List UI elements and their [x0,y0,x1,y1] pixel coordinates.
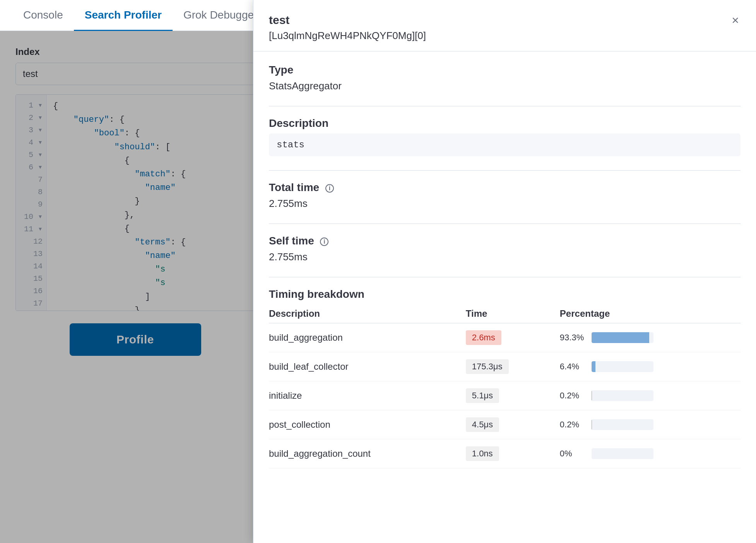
percentage-bar-container: 0.2% [560,419,741,430]
row-description: initialize [269,381,458,410]
detail-header: test [Lu3qlmNgReWH4PNkQYF0Mg][0] × [253,0,756,51]
row-description: build_leaf_collector [269,352,458,381]
percentage-bar [592,390,653,401]
percentage-label: 0.2% [560,420,587,430]
type-section-title: Type [269,64,741,76]
detail-subtitle: [Lu3qlmNgReWH4PNkQYF0Mg][0] [269,30,426,42]
tab-console[interactable]: Console [12,0,74,31]
self-time-info-icon[interactable]: i [320,237,328,246]
row-percentage: 0% [552,439,741,468]
app-container: Console Search Profiler Grok Debugger Pa… [0,0,756,543]
detail-panel: test [Lu3qlmNgReWH4PNkQYF0Mg][0] × Type … [253,0,756,543]
percentage-bar [592,419,653,430]
self-time-section: Self time i 2.755ms [269,235,741,263]
total-time-section: Total time i 2.755ms [269,181,741,210]
row-time: 4.5μs [458,410,552,439]
col-time: Time [458,304,552,323]
percentage-bar [592,361,653,372]
timing-table: Description Time Percentage build_aggreg… [269,304,741,468]
row-time: 175.3μs [458,352,552,381]
table-row: build_aggregation_count1.0ns0% [269,439,741,468]
percentage-label: 6.4% [560,362,587,372]
row-time: 5.1μs [458,381,552,410]
percentage-bar-container: 93.3% [560,332,741,343]
row-description: post_collection [269,410,458,439]
self-time-title: Self time i [269,235,741,247]
row-description: build_aggregation [269,323,458,352]
percentage-bar-container: 0% [560,448,741,459]
row-percentage: 0.2% [552,410,741,439]
percentage-bar-container: 0.2% [560,390,741,401]
table-row: build_leaf_collector175.3μs6.4% [269,352,741,381]
row-time: 1.0ns [458,439,552,468]
percentage-bar-fill [592,332,649,343]
table-row: build_aggregation2.6ms93.3% [269,323,741,352]
row-percentage: 0.2% [552,381,741,410]
description-value: stats [269,133,741,156]
row-percentage: 93.3% [552,323,741,352]
percentage-label: 93.3% [560,333,587,343]
row-time: 2.6ms [458,323,552,352]
type-section-value: StatsAggregator [269,80,741,92]
percentage-label: 0.2% [560,391,587,401]
detail-body: Type StatsAggregator Description stats T… [253,51,756,495]
detail-title-block: test [Lu3qlmNgReWH4PNkQYF0Mg][0] [269,12,426,42]
table-row: post_collection4.5μs0.2% [269,410,741,439]
percentage-bar [592,332,653,343]
row-percentage: 6.4% [552,352,741,381]
tab-search-profiler[interactable]: Search Profiler [74,0,173,31]
row-description: build_aggregation_count [269,439,458,468]
percentage-bar-container: 6.4% [560,361,741,372]
total-time-info-icon[interactable]: i [325,184,334,193]
total-time-title: Total time i [269,181,741,194]
percentage-label: 0% [560,449,587,459]
description-section-title: Description [269,117,741,130]
timing-breakdown-title: Timing breakdown [269,288,741,301]
description-section: Description stats [269,117,741,156]
table-row: initialize5.1μs0.2% [269,381,741,410]
total-time-value: 2.755ms [269,198,741,210]
col-percentage: Percentage [552,304,741,323]
close-button[interactable]: × [730,12,741,28]
percentage-bar [592,448,653,459]
timing-breakdown-section: Timing breakdown Description Time Percen… [269,288,741,468]
type-section: Type StatsAggregator [269,64,741,92]
col-description: Description [269,304,458,323]
percentage-bar-fill [592,361,595,372]
self-time-value: 2.755ms [269,251,741,263]
detail-title: test [269,12,426,27]
